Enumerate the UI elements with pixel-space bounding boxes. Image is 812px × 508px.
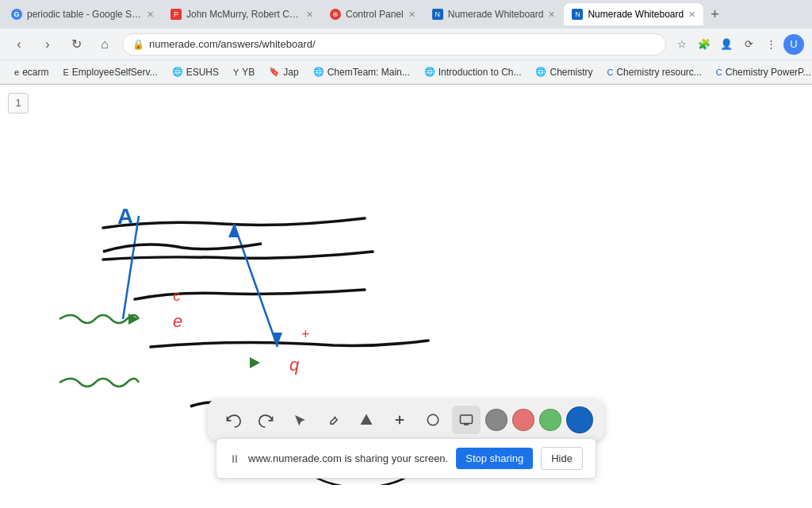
bookmark-intro-chem-label: Introduction to Ch...: [439, 67, 522, 78]
tab-mcmurry[interactable]: P John McMurry, Robert C. Fay... ✕: [163, 3, 321, 25]
bookmark-employee[interactable]: E EmployeeSelfServ...: [56, 63, 163, 82]
select-tool[interactable]: [285, 406, 314, 434]
bookmark-esuhs-label: ESUHS: [186, 67, 219, 78]
whiteboard-toolbar: [208, 399, 604, 441]
home-button[interactable]: ⌂: [94, 33, 116, 56]
svg-text:A: A: [117, 204, 133, 229]
color-green[interactable]: [539, 409, 561, 431]
svg-marker-14: [361, 414, 373, 425]
bookmark-ecarm[interactable]: e ecarm: [8, 63, 55, 82]
bookmark-ecarm-favicon: e: [14, 67, 19, 77]
screen-share-banner: ⏸ www.numerade.com is sharing your scree…: [216, 438, 596, 479]
tab2-title: John McMurry, Robert C. Fay...: [186, 9, 301, 20]
tab3-title: Control Panel: [346, 9, 404, 20]
tab-periodic-table[interactable]: G periodic table - Google Search ✕: [3, 3, 162, 25]
bookmark-jap-label: Jap: [283, 67, 298, 78]
tab2-favicon: P: [170, 9, 182, 20]
bookmark-jap[interactable]: 🔖 Jap: [262, 63, 304, 82]
lock-icon: 🔒: [132, 39, 144, 50]
bookmark-ecarm-label: ecarm: [22, 67, 48, 78]
sync-button[interactable]: ⟳: [739, 35, 758, 54]
bookmark-esuhs[interactable]: 🌐 ESUHS: [166, 63, 225, 82]
svg-text:q: q: [289, 355, 300, 375]
address-bar: ‹ › ↻ ⌂ 🔒 numerade.com/answers/whiteboar…: [0, 29, 812, 60]
browser-actions: ☆ 🧩 👤 ⟳ ⋮ U: [672, 34, 804, 55]
tab3-close[interactable]: ✕: [408, 10, 416, 20]
url-bar[interactable]: 🔒 numerade.com/answers/whiteboard/: [122, 33, 666, 56]
tab-bar: G periodic table - Google Search ✕ P Joh…: [0, 0, 812, 29]
hide-button[interactable]: Hide: [541, 447, 583, 470]
bookmark-yb-favicon: Y: [233, 67, 239, 77]
bookmark-chem-resources-favicon: C: [607, 67, 614, 77]
browser-chrome: G periodic table - Google Search ✕ P Joh…: [0, 0, 812, 85]
bookmark-star[interactable]: ☆: [672, 35, 691, 54]
bookmarks-bar: e ecarm E EmployeeSelfServ... 🌐 ESUHS Y …: [0, 60, 812, 84]
extensions-button[interactable]: 🧩: [695, 35, 714, 54]
bookmark-chem-resources-label: Chemistry resourc...: [616, 67, 701, 78]
bookmark-chemistry-label: Chemistry: [550, 67, 592, 78]
bookmark-chem-resources[interactable]: C Chemistry resourc...: [601, 63, 708, 82]
svg-marker-6: [250, 357, 260, 368]
reload-button[interactable]: ↻: [65, 33, 87, 56]
url-text: numerade.com/answers/whiteboard/: [149, 38, 656, 50]
undo-button[interactable]: [219, 406, 247, 434]
svg-rect-18: [461, 415, 473, 424]
bookmark-yb-label: YB: [242, 67, 255, 78]
bookmark-chemteam[interactable]: 🌐 ChemTeam: Main...: [307, 63, 416, 82]
tab-numerade-4[interactable]: N Numerade Whiteboard ✕: [424, 3, 564, 25]
tab4-favicon: N: [432, 9, 443, 20]
pen-tool[interactable]: [319, 406, 347, 434]
whiteboard: 1 A e c q + ⊢ ρ°: [0, 85, 812, 485]
bookmark-chemteam-label: ChemTeam: Main...: [327, 67, 410, 78]
redo-button[interactable]: [252, 406, 281, 434]
bookmark-chem-powerp[interactable]: C Chemistry PowerP...: [710, 63, 812, 82]
tab-numerade-5[interactable]: N Numerade Whiteboard ✕: [564, 3, 703, 25]
bookmark-esuhs-favicon: 🌐: [172, 67, 183, 77]
screen-share-message: www.numerade.com is sharing your screen.: [248, 452, 448, 464]
color-blue[interactable]: [566, 406, 593, 433]
bookmark-chem-powerp-label: Chemistry PowerP...: [726, 67, 811, 78]
tab4-close[interactable]: ✕: [548, 10, 555, 20]
bookmark-chemistry[interactable]: 🌐 Chemistry: [529, 63, 599, 82]
stop-sharing-button[interactable]: Stop sharing: [456, 448, 533, 469]
color-red[interactable]: [512, 409, 534, 431]
tab5-favicon: N: [572, 9, 583, 20]
screen-share-icon: ⏸: [229, 452, 240, 465]
tab1-title: periodic table - Google Search: [27, 9, 142, 20]
svg-line-1: [123, 216, 139, 319]
svg-text:e: e: [173, 311, 182, 331]
bookmark-chemistry-favicon: 🌐: [535, 67, 546, 77]
eraser-tool[interactable]: [419, 406, 447, 434]
bookmark-yb[interactable]: Y YB: [227, 63, 261, 82]
bookmark-chemteam-favicon: 🌐: [313, 67, 324, 77]
tab-control-panel[interactable]: ⊗ Control Panel ✕: [322, 3, 423, 25]
bookmark-employee-label: EmployeeSelfServ...: [72, 67, 158, 78]
svg-text:+: +: [301, 326, 310, 342]
color-gray[interactable]: [485, 409, 508, 431]
bookmark-jap-favicon: 🔖: [269, 67, 280, 77]
tab3-favicon: ⊗: [330, 9, 341, 20]
profile-avatar[interactable]: U: [783, 34, 804, 55]
tab1-favicon: G: [11, 9, 22, 20]
bookmark-employee-favicon: E: [63, 67, 68, 77]
tab4-title: Numerade Whiteboard: [448, 9, 544, 20]
tab5-close[interactable]: ✕: [688, 10, 695, 20]
screen-tool[interactable]: [452, 406, 481, 434]
bookmark-intro-chem[interactable]: 🌐 Introduction to Ch...: [418, 63, 528, 82]
new-tab-button[interactable]: +: [704, 6, 726, 23]
forward-button[interactable]: ›: [36, 33, 59, 56]
svg-point-17: [427, 414, 439, 425]
accounts-button[interactable]: 👤: [717, 35, 736, 54]
bookmark-chem-powerp-favicon: C: [716, 67, 722, 77]
svg-line-2: [234, 224, 278, 347]
tab1-close[interactable]: ✕: [147, 10, 154, 20]
bookmark-intro-chem-favicon: 🌐: [424, 67, 435, 77]
tab5-title: Numerade Whiteboard: [588, 9, 684, 20]
more-button[interactable]: ⋮: [761, 35, 780, 54]
shapes-tool[interactable]: [352, 406, 381, 434]
svg-text:c: c: [173, 288, 180, 304]
add-tool[interactable]: [385, 406, 414, 434]
back-button[interactable]: ‹: [8, 33, 30, 56]
tab2-close[interactable]: ✕: [306, 10, 313, 20]
